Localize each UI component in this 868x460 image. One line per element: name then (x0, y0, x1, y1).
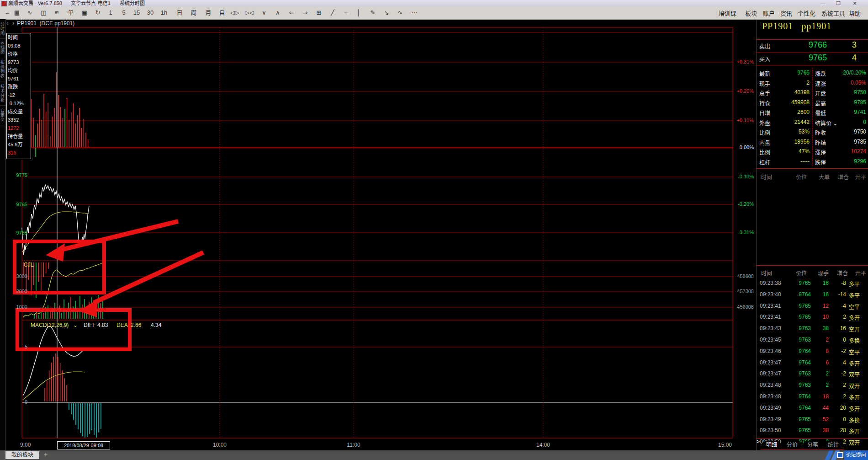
bigorder-col-header: 大单 (819, 173, 830, 181)
tick-time: 09:23:43 (760, 325, 781, 332)
quote-label: 涨跌 (815, 70, 826, 77)
info-line-13: 持仓量 (8, 132, 31, 140)
tick-price: 9763 (786, 325, 811, 332)
tick-price: 9765 (786, 427, 811, 433)
tick-price: 9765 (786, 303, 811, 309)
percent-axis-label: +0.20% (734, 88, 754, 94)
tick-price: 9765 (786, 314, 811, 320)
board-tab-my[interactable]: 我的板块 (5, 451, 39, 459)
tick-time: 09:23:47 (760, 370, 781, 377)
quote-label: 日增 (759, 109, 770, 117)
tick-lots: 16 (812, 291, 829, 298)
quote-value: 2600 (777, 109, 810, 115)
volume-scale-label: 3000 (10, 273, 27, 279)
tick-time: 09:23:41 (760, 314, 781, 320)
tick-oi-change: 4 (830, 359, 846, 366)
quote-label: 现手 (759, 80, 770, 87)
macd-label-3: DIFF 4.83 (84, 322, 108, 328)
tick-lots: 38 (812, 325, 829, 332)
minimize-button[interactable]: — (817, 0, 829, 6)
bid-price: 9765 (777, 53, 827, 63)
quote-value: 459908 (777, 99, 810, 106)
tick-time: 09:23:38 (760, 280, 781, 286)
tick-open-close: 多平 (849, 291, 860, 299)
info-line-11: 3352 (8, 116, 31, 124)
info-line-3: 价格 (8, 50, 31, 58)
tick-price: 9763 (786, 337, 811, 343)
menu-item-7[interactable]: 帮助 (849, 9, 861, 17)
cjl-indicator-label[interactable]: CJL (24, 262, 33, 268)
tick-oi-change: 2 (830, 314, 846, 320)
timeshare-chart[interactable] (0, 0, 756, 460)
macd-label-1[interactable]: MACD(12,26,9) (31, 322, 69, 328)
tick-price: 9765 (786, 416, 811, 423)
restore-button[interactable]: ❐ (832, 0, 844, 6)
info-line-4: 9773 (8, 58, 31, 66)
open-interest-label: 458608 (733, 273, 754, 279)
tick-oi-change: -14 (830, 291, 846, 298)
panel-tab-2[interactable]: 分价 (782, 441, 803, 449)
time-axis-label: 9:00 (20, 442, 31, 448)
status-bar (0, 450, 868, 460)
tick-oi-change: 28 (830, 427, 846, 433)
bigorder-col-header: 时间 (761, 173, 772, 181)
forum-ask-button[interactable]: 论坛提问 (844, 450, 868, 460)
cursor-date-label: 2018/08/29-09:08 (57, 441, 110, 449)
tick-price: 9764 (786, 405, 811, 411)
tick-lots: 2 (812, 337, 829, 343)
tick-oi-change: 20 (830, 405, 846, 411)
panel-tab-3[interactable]: 分笔 (802, 441, 823, 449)
quote-value: 18956 (777, 139, 810, 145)
annotation-arrow-1 (62, 221, 178, 250)
tick-time: 09:23:40 (760, 291, 781, 298)
tick-col-header: 时间 (761, 269, 772, 277)
percent-axis-label: -0.10% (734, 174, 754, 180)
quote-label: 最高 (815, 99, 826, 107)
info-line-14: 45.9万 (8, 140, 31, 149)
info-line-7: 涨跌 (8, 83, 31, 91)
quote-value: 9750 (831, 89, 866, 96)
tick-price: 9764 (786, 291, 811, 298)
tick-open-close: 多开 (849, 314, 860, 321)
tick-oi-change: 2 (830, 393, 846, 400)
volume-scale-label: 2000 (10, 289, 27, 294)
tick-time: 09:23:46 (760, 348, 781, 354)
quote-value: 2 (777, 80, 810, 86)
tick-price: 9764 (786, 393, 811, 400)
quote-label: 昨收 (815, 128, 826, 136)
open-interest-label: 456008 (733, 304, 754, 310)
menu-item-4[interactable]: 资讯 (780, 9, 792, 17)
menu-item-6[interactable]: 系统工具 (821, 9, 845, 17)
panel-divider (757, 65, 868, 65)
annotation-arrowhead-1 (46, 243, 65, 262)
close-button[interactable]: ✕ (849, 0, 861, 6)
tick-price: 9765 (786, 280, 811, 286)
tick-oi-change: -2 (830, 348, 846, 354)
menu-item-3[interactable]: 账户 (763, 9, 775, 17)
quote-label: 内盘 (759, 139, 770, 146)
tick-time: 09:23:45 (760, 337, 781, 343)
quote-label: 最新 (759, 70, 770, 77)
macd-label-5: 2.66 (131, 322, 141, 328)
tick-time: 09:23:47 (760, 359, 781, 366)
quote-label: 比例 (759, 148, 770, 156)
tick-open-close: 多换 (849, 337, 860, 344)
tick-lots: 18 (812, 393, 829, 400)
trading-app-window: 赢顺云交易 - Ver6.7.850 文华云节点-电信1 系统分时图 — ❐ ✕… (0, 0, 868, 460)
quote-value: 9741 (831, 109, 866, 115)
time-axis-label: 14:00 (533, 442, 553, 448)
quote-value: 9296 (831, 158, 866, 165)
quote-label: 涨停 (815, 148, 826, 156)
bid-label: 买入 (759, 55, 770, 63)
panel-tab-1[interactable]: 明细 (761, 441, 782, 449)
volume-scale-label: 5 (10, 344, 27, 350)
menu-item-5[interactable]: 个性化 (798, 9, 815, 17)
tick-lots: 6 (812, 359, 829, 366)
tick-oi-change: -8 (830, 280, 846, 286)
macd-label-4: DEA (116, 322, 128, 328)
panel-tab-4[interactable]: 统计 (823, 441, 844, 449)
tick-open-close: 多换 (849, 416, 860, 424)
quote-label: 开盘 (815, 89, 826, 97)
add-board-button[interactable]: + (44, 451, 48, 458)
quote-value: 9785 (831, 139, 866, 145)
